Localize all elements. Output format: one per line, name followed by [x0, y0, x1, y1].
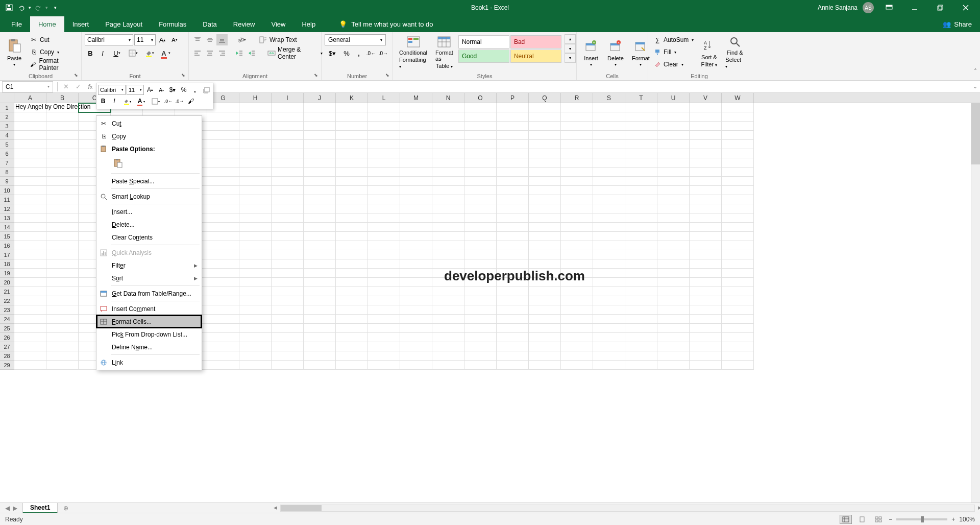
cell[interactable]	[432, 213, 464, 223]
ribbon-display-options-icon[interactable]	[879, 0, 899, 15]
column-header[interactable]: L	[368, 93, 400, 103]
cell[interactable]	[400, 223, 432, 232]
cell[interactable]	[304, 186, 336, 195]
cell[interactable]	[239, 213, 272, 223]
cell[interactable]	[272, 315, 304, 324]
cell[interactable]	[14, 351, 46, 361]
cell[interactable]	[432, 250, 464, 259]
cell[interactable]	[529, 296, 561, 305]
cell[interactable]	[464, 333, 497, 342]
cell[interactable]	[593, 241, 625, 250]
cell[interactable]	[272, 122, 304, 131]
cell[interactable]	[207, 259, 239, 269]
cell[interactable]	[400, 131, 432, 140]
cell[interactable]	[272, 287, 304, 296]
cell[interactable]	[497, 158, 529, 168]
cell[interactable]	[657, 287, 690, 296]
cell[interactable]	[368, 361, 400, 370]
mini-accounting-icon[interactable]: $▾	[167, 85, 178, 95]
ctx-sort[interactable]: Sort▶	[96, 272, 202, 284]
cell[interactable]	[272, 305, 304, 315]
cell[interactable]	[690, 103, 722, 112]
cell[interactable]	[368, 131, 400, 140]
cell[interactable]	[239, 342, 272, 351]
cell[interactable]	[593, 168, 625, 177]
cell[interactable]	[239, 305, 272, 315]
cell[interactable]	[14, 168, 46, 177]
ctx-insert[interactable]: Insert...	[96, 205, 202, 218]
cell[interactable]	[336, 259, 368, 269]
cell[interactable]	[690, 333, 722, 342]
cell[interactable]	[529, 103, 561, 112]
view-normal-icon[interactable]	[840, 515, 852, 524]
cell[interactable]	[593, 351, 625, 361]
cell[interactable]	[561, 259, 593, 269]
cell[interactable]	[207, 112, 239, 122]
close-icon[interactable]	[955, 0, 976, 15]
cell[interactable]	[400, 351, 432, 361]
cell[interactable]	[272, 351, 304, 361]
cell[interactable]	[625, 305, 657, 315]
cell[interactable]	[14, 140, 46, 149]
horizontal-scrollbar[interactable]: ◀▶	[280, 505, 975, 512]
cell[interactable]	[657, 269, 690, 278]
cell[interactable]	[432, 361, 464, 370]
font-color-button[interactable]: A▾	[158, 47, 174, 59]
paste-button[interactable]: Paste ▾	[3, 34, 26, 70]
cell[interactable]	[497, 232, 529, 241]
cell[interactable]	[14, 324, 46, 333]
cell[interactable]	[722, 269, 754, 278]
cell[interactable]	[497, 112, 529, 122]
zoom-out-icon[interactable]: −	[889, 516, 892, 523]
cell[interactable]	[657, 122, 690, 131]
ctx-cut[interactable]: ✂Cut	[96, 117, 202, 130]
cell[interactable]	[561, 250, 593, 259]
cell[interactable]	[497, 131, 529, 140]
cell[interactable]	[239, 204, 272, 213]
cell[interactable]	[593, 140, 625, 149]
column-header[interactable]: V	[690, 93, 722, 103]
mini-fill-color-icon[interactable]: ▾	[120, 96, 134, 106]
cell[interactable]	[368, 259, 400, 269]
cell[interactable]	[368, 278, 400, 287]
tab-view[interactable]: View	[263, 16, 293, 32]
cell[interactable]	[272, 195, 304, 204]
cell[interactable]	[400, 158, 432, 168]
cell[interactable]	[239, 250, 272, 259]
bold-button[interactable]: B	[85, 47, 96, 59]
font-dialog-launcher[interactable]: ⬊	[180, 71, 187, 79]
insert-cells-button[interactable]: + Insert▾	[580, 34, 602, 70]
cell[interactable]	[432, 287, 464, 296]
cell[interactable]	[464, 315, 497, 324]
cell[interactable]	[336, 361, 368, 370]
cell[interactable]	[432, 149, 464, 158]
cell[interactable]	[14, 361, 46, 370]
cell[interactable]	[432, 259, 464, 269]
cell[interactable]	[593, 177, 625, 186]
cell[interactable]	[239, 351, 272, 361]
cell[interactable]	[464, 112, 497, 122]
cell[interactable]	[304, 241, 336, 250]
number-format-select[interactable]: General▾	[325, 34, 386, 45]
tab-file[interactable]: File	[3, 16, 30, 32]
cell[interactable]	[272, 333, 304, 342]
cell[interactable]	[464, 351, 497, 361]
cell[interactable]	[432, 305, 464, 315]
cell[interactable]	[207, 195, 239, 204]
tell-me-search[interactable]: 💡 Tell me what you want to do	[334, 16, 438, 32]
cell[interactable]	[336, 168, 368, 177]
cell[interactable]	[432, 351, 464, 361]
cell[interactable]	[561, 333, 593, 342]
ctx-delete[interactable]: Delete...	[96, 218, 202, 231]
vertical-scrollbar[interactable]	[971, 103, 980, 503]
cell[interactable]	[722, 140, 754, 149]
cell[interactable]	[464, 149, 497, 158]
cell[interactable]	[14, 296, 46, 305]
cell[interactable]	[529, 177, 561, 186]
cell[interactable]	[561, 351, 593, 361]
cell[interactable]	[722, 361, 754, 370]
cell[interactable]	[207, 241, 239, 250]
cell[interactable]	[336, 112, 368, 122]
cell[interactable]	[272, 149, 304, 158]
tab-home[interactable]: Home	[30, 16, 64, 32]
